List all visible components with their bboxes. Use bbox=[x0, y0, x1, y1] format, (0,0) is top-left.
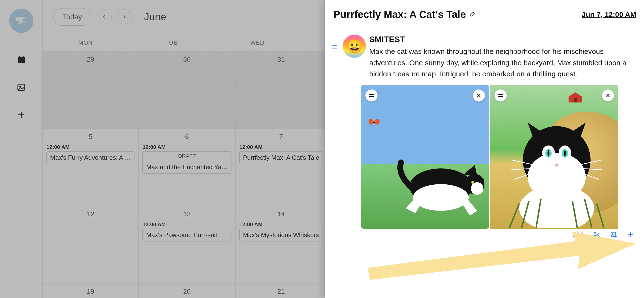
plus-icon[interactable] bbox=[627, 231, 634, 238]
media-tile-2[interactable] bbox=[490, 85, 618, 229]
post-row: 😀 SMITEST Max the cat was known througho… bbox=[325, 27, 644, 80]
svg-point-10 bbox=[471, 182, 484, 195]
scissors-icon[interactable] bbox=[593, 231, 600, 238]
modal-backdrop[interactable] bbox=[0, 0, 325, 298]
svg-point-11 bbox=[471, 181, 474, 184]
svg-point-15 bbox=[519, 185, 594, 228]
account-name: SMITEST bbox=[369, 34, 636, 44]
butterfly-icon bbox=[367, 116, 381, 128]
edit-title-icon[interactable] bbox=[470, 11, 476, 18]
post-body: Max the cat was known throughout the nei… bbox=[369, 46, 636, 80]
panel-date[interactable]: Jun 7, 12:00 AM bbox=[582, 10, 636, 19]
svg-point-6 bbox=[374, 122, 375, 123]
panel-header: Purrfectly Max: A Cat's Tale Jun 7, 12:0… bbox=[325, 0, 644, 27]
svg-point-18 bbox=[548, 150, 550, 156]
event-detail-panel: Purrfectly Max: A Cat's Tale Jun 7, 12:0… bbox=[325, 0, 644, 298]
svg-point-23 bbox=[612, 233, 613, 234]
tile-remove-icon[interactable] bbox=[473, 89, 485, 101]
tile-remove-icon[interactable] bbox=[602, 89, 614, 101]
media-tile-1[interactable] bbox=[361, 85, 489, 229]
drag-handle-icon[interactable] bbox=[330, 34, 339, 80]
tile-drag-icon[interactable] bbox=[494, 89, 507, 101]
char-count: 213 bbox=[573, 231, 584, 238]
barn-icon bbox=[568, 92, 583, 102]
media-attachments bbox=[361, 85, 644, 229]
media-add-icon[interactable] bbox=[610, 231, 618, 238]
account-avatar: 😀 bbox=[343, 34, 366, 58]
cat-illustration-1 bbox=[392, 136, 484, 220]
svg-point-19 bbox=[564, 150, 566, 156]
svg-rect-12 bbox=[574, 98, 577, 102]
post-action-bar: 213 bbox=[573, 231, 634, 238]
tile-drag-icon[interactable] bbox=[366, 89, 378, 101]
panel-title: Purrfectly Max: A Cat's Tale bbox=[334, 9, 466, 20]
cat-illustration-2 bbox=[505, 121, 609, 228]
